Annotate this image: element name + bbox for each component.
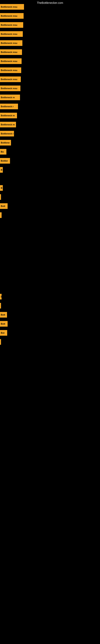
bottleneck-bar: Bottleneck resu [0,40,22,46]
bar-label: Bottleneck resu [1,6,17,8]
bar-label: Bottleneck resu [1,60,17,62]
bar-label: Bottleneck re [1,123,15,126]
bottleneck-bar: Bottleneck re [0,122,16,128]
bar-label: Bottleneck r [1,132,14,135]
bar-label: B [1,169,2,171]
bar-label: E [1,296,1,298]
bottleneck-bar: Bottleneck resu [0,76,21,82]
bottleneck-bar: Bottleneck resu [0,58,22,64]
bar-label: Bottleneck r [1,105,14,108]
bar-label: Bot [1,332,4,334]
bar-label: Bottlene [1,142,10,144]
bar-label: B [1,187,2,189]
bar-label: Bottleneck re [1,96,15,98]
bottleneck-bar: Bottler [0,158,10,164]
bottleneck-bar: Bott [0,312,7,318]
bottleneck-bar [0,194,1,200]
bar-label: Bott [1,322,5,325]
bottleneck-bar: Bottleneck resu [0,31,23,37]
bottleneck-bar: E [0,294,1,300]
bar-label: Bottleneck resu [1,15,17,17]
bottleneck-bar: Bott [0,203,8,209]
bar-label: Bottleneck resu [1,42,17,44]
bottleneck-bar: Bottlene [0,140,11,146]
bottleneck-bar: Bottleneck resu [0,68,21,73]
bottleneck-bar: Bottleneck r [0,104,18,109]
bottleneck-bar: Bott [0,321,8,327]
bottleneck-bar: Bottleneck resu [0,22,23,28]
bottleneck-bar: Bottleneck resu [0,13,24,19]
bottleneck-bar: Bottleneck resu [0,49,22,55]
bar-label: Bott [1,314,5,316]
bottleneck-bar: Bo [0,149,6,154]
bottleneck-bar: Bottleneck resu [0,4,24,10]
bottleneck-bar [0,339,1,345]
bar-label: Bottleneck resu [1,78,17,80]
bottleneck-bar: Bottleneck resu [0,86,20,91]
bar-label: Bott [1,205,5,207]
bar-label: Bottleneck resu [1,87,17,90]
bottleneck-bar [0,212,1,218]
bar-label: Bottleneck re [1,114,15,117]
bar-label: Bottler [1,160,8,162]
bottleneck-bar: Bottleneck r [0,131,14,136]
bottleneck-bar: B [0,185,3,191]
bottleneck-bar: Bottleneck re [0,113,17,118]
bar-label: Bo [1,150,4,153]
bar-label: Bottleneck resu [1,51,17,53]
bar-label: Bottleneck resu [1,33,17,35]
bar-label: Bottleneck resu [1,69,17,72]
bar-label: Bottleneck resu [1,24,17,26]
bottleneck-bar: B [0,167,3,173]
bottleneck-bar: Bottleneck re [0,94,20,100]
bottleneck-bar: Bot [0,330,7,336]
bottleneck-bar [0,303,1,308]
